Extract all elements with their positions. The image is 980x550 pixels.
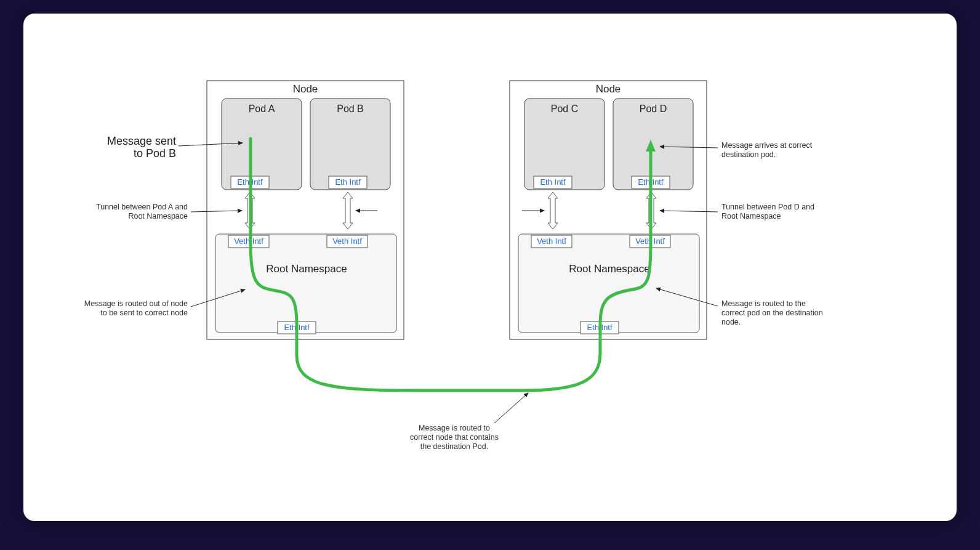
node-right-title: Node (596, 83, 621, 95)
anno-route-between: Message is routed to correct node that c… (410, 393, 528, 451)
root-left-label: Root Namespace (266, 263, 347, 275)
svg-text:Root Namespace: Root Namespace (128, 212, 188, 220)
root-right-label: Root Namespace (569, 263, 649, 275)
diagram-card: Node Pod A Eth Intf Pod B Eth Intf Veth … (23, 14, 957, 521)
pod-a-label: Pod A (249, 103, 275, 114)
svg-rect-5 (215, 234, 396, 333)
node-left: Node Pod A Eth Intf Pod B Eth Intf Veth … (207, 81, 404, 339)
root-left: Veth Intf Veth Intf Root Namespace Eth I… (215, 234, 396, 334)
svg-text:Message arrives at correct: Message arrives at correct (721, 141, 813, 150)
svg-text:Message is routed to the: Message is routed to the (721, 299, 806, 308)
pod-c-eth: Eth Intf (540, 177, 566, 187)
svg-rect-14 (518, 234, 699, 333)
pod-b-eth: Eth Intf (335, 177, 361, 187)
svg-text:correct pod on the destination: correct pod on the destination (721, 309, 823, 317)
node-right: Node Pod C Eth Intf Pod D Eth Intf Veth … (510, 81, 707, 339)
pod-a: Pod A Eth Intf (222, 99, 302, 190)
pod-b: Pod B Eth Intf (310, 99, 390, 190)
svg-text:to Pod B: to Pod B (134, 147, 176, 160)
pod-b-label: Pod B (337, 103, 364, 114)
svg-text:correct node that contains: correct node that contains (410, 433, 499, 442)
svg-text:to be sent to correct node: to be sent to correct node (100, 309, 188, 317)
pod-d: Pod D Eth Intf (613, 99, 693, 190)
pod-d-label: Pod D (640, 103, 667, 114)
svg-text:node.: node. (721, 318, 741, 326)
svg-text:Message sent: Message sent (107, 135, 176, 147)
svg-text:Message is routed out of node: Message is routed out of node (84, 299, 188, 308)
svg-text:Root Namespace: Root Namespace (721, 212, 781, 220)
root-right-veth-c: Veth Intf (537, 237, 566, 246)
svg-text:Tunnel between Pod D and: Tunnel between Pod D and (721, 203, 814, 211)
root-left-veth-a: Veth Intf (234, 237, 263, 246)
node-left-title: Node (293, 83, 318, 95)
root-left-veth-b: Veth Intf (332, 237, 362, 246)
svg-text:Message is routed to: Message is routed to (419, 424, 490, 432)
pod-c: Pod C Eth Intf (524, 99, 604, 190)
svg-line-30 (494, 393, 528, 423)
svg-text:Tunnel between Pod A and: Tunnel between Pod A and (96, 203, 188, 211)
svg-text:destination pod.: destination pod. (721, 150, 776, 159)
svg-text:the destination Pod.: the destination Pod. (420, 442, 489, 451)
pod-c-label: Pod C (551, 103, 578, 114)
root-right: Veth Intf Veth Intf Root Namespace Eth I… (518, 234, 699, 334)
